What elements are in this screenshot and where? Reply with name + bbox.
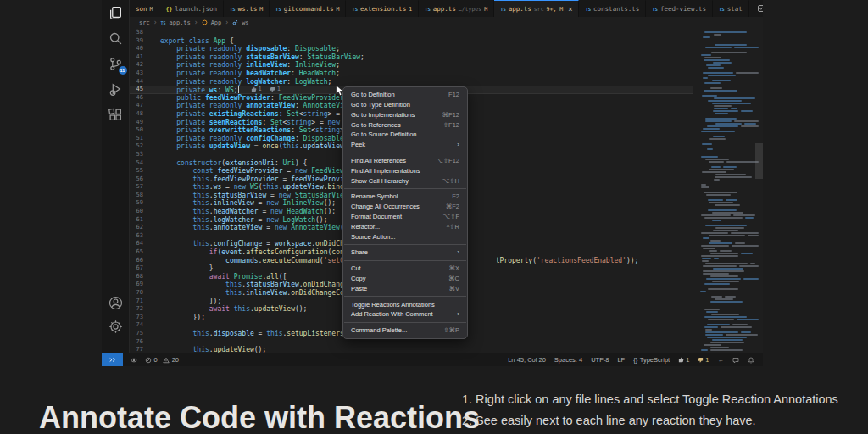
code-line-38[interactable]: 38 [130,29,693,37]
notifications-bell-icon[interactable] [748,357,754,364]
encoding[interactable]: UTF-8 [591,356,609,364]
line-content: this.inlineView = new InlineView(); [160,199,336,208]
code-line-43[interactable]: 43 private readonly headWatcher: HeadWat… [130,70,693,78]
indentation[interactable]: Spaces: 4 [554,356,582,364]
line-number: 76 [130,338,143,347]
tab-gitcommand-ts[interactable]: TSgitcommand.tsM [270,0,346,17]
tab-app-ts[interactable]: TSapp.tssrc9+, M× [494,0,579,17]
menu-item-copy[interactable]: Copy⌘C [343,274,467,284]
tab-extension-ts[interactable]: TSextension.ts1 [346,0,419,17]
code-line-41[interactable]: 41 private readonly statusBarView: Statu… [130,53,693,62]
run-debug-icon[interactable] [108,82,123,97]
breadcrumb-class[interactable]: App [211,19,222,26]
extensions-icon[interactable] [108,108,123,122]
menu-item-go-to-definition[interactable]: Go to DefinitionF12 [343,90,467,100]
breadcrumb-separator: › [194,19,198,26]
tab-stat[interactable]: TSstat [713,0,749,17]
menu-item-label: Go to Implementations [351,111,415,119]
thumbs-up-status[interactable]: 1 [678,356,689,364]
tab-constants-ts[interactable]: TSconstants.ts [579,0,646,17]
page-title: Annotate Code with Reactions [39,400,480,434]
editor-action-loop-icon[interactable] [757,4,763,13]
menu-item-go-to-type-definition[interactable]: Go to Type Definition [343,100,467,110]
tab-app-ts[interactable]: TSapp.ts…/typesM [419,0,494,17]
feedback-icon[interactable] [732,357,739,364]
line-number: 38 [130,29,143,37]
thumbs-down-status[interactable]: 1 [698,356,709,364]
line-content: } [160,264,214,273]
code-line-76[interactable]: 76 [130,338,693,347]
thumb-up-count: 1 [686,356,689,364]
activity-bar: 11 [102,0,130,353]
code-line-40[interactable]: 40 private readonly disposable: Disposab… [130,45,693,53]
menu-item-go-to-source-definition[interactable]: Go to Source Definition [343,130,467,140]
eye-toggle[interactable] [131,357,137,364]
line-content: export class App { [160,37,234,46]
menu-item-toggle-reactions-annotations[interactable]: Toggle Reactions Annotations [343,299,467,309]
menu-item-label: Paste [351,285,367,292]
menu-item-paste[interactable]: Paste⌘V [343,284,467,294]
tab-label: app.ts [509,5,531,13]
language-mode[interactable]: {} TypeScript [633,356,670,364]
menu-item-find-all-references[interactable]: Find All References⌥⇧F12 [343,156,467,166]
cursor-position[interactable]: Ln 45, Col 20 [508,356,546,364]
tab-feed-view-ts[interactable]: TSfeed-view.ts [646,0,713,17]
line-number: 72 [130,305,143,314]
remote-indicator[interactable] [102,353,123,366]
menu-item-label: Go to References [351,121,401,129]
arrow-icon[interactable]: ← [718,356,725,364]
line-content: private readonly inlineView: InlineView; [160,61,340,70]
menu-item-shortcut: ⌥⇧F [442,213,459,220]
account-icon[interactable] [108,296,123,310]
code-line-39[interactable]: 39export class App { [130,37,693,46]
tab-son[interactable]: sonM [130,0,159,17]
eol-sequence[interactable]: LF [617,356,625,364]
menu-item-command-palette[interactable]: Command Palette...⇧⌘P [343,326,467,336]
menu-item-refactor[interactable]: Refactor...^⇧R [343,222,467,232]
menu-item-cut[interactable]: Cut⌘X [343,264,467,274]
tab-bar-tabs: sonM{}launch.jsonTSws.tsMTSgitcommand.ts… [130,0,749,17]
scrollbar-thumb[interactable] [755,143,763,179]
problems-indicator[interactable]: 0 20 [145,356,179,364]
close-icon[interactable]: × [568,5,572,14]
settings-gear-icon[interactable] [108,320,123,334]
tab-label: launch.json [175,5,217,13]
text-cursor [238,86,239,93]
menu-item-source-action[interactable]: Source Action... [343,231,467,242]
line-number: 57 [130,183,143,192]
breadcrumb-symbol[interactable]: ws [242,19,248,26]
tab-ws-ts[interactable]: TSws.tsM [224,0,270,17]
line-number: 75 [130,330,143,338]
menu-item-label: Go to Definition [351,91,395,98]
line-number: 40 [130,45,143,53]
minimap[interactable] [693,28,763,353]
tab-launch-json[interactable]: {}launch.json [159,0,224,17]
menu-item-label: Cut [351,264,361,272]
tab-modified-badge: M [484,6,487,13]
line-number: 58 [130,192,143,200]
search-icon[interactable] [108,31,123,46]
menu-item-label: Change All Occurrences [351,203,420,210]
line-number: 74 [130,321,143,330]
explorer-icon[interactable] [108,6,123,20]
code-line-42[interactable]: 42 private readonly inlineView: InlineVi… [130,61,693,70]
menu-item-rename-symbol[interactable]: Rename SymbolF2 [343,192,467,202]
menu-item-format-document[interactable]: Format Document⌥⇧F [343,212,467,222]
line-content: this.updateView(); [160,346,266,353]
code-line-77[interactable]: 77 this.updateView(); [130,346,693,353]
menu-item-share[interactable]: Share› [343,248,467,258]
menu-item-change-all-occurrences[interactable]: Change All Occurrences⌘F2 [343,202,467,212]
breadcrumb-src[interactable]: src [139,19,150,26]
source-control-icon[interactable]: 11 [108,57,123,71]
reaction-annotation[interactable]: 11 [251,86,281,94]
menu-item-go-to-references[interactable]: Go to References⇧F12 [343,120,467,130]
line-number: 42 [130,61,143,70]
menu-item-peek[interactable]: Peek› [343,140,467,150]
menu-item-show-call-hierarchy[interactable]: Show Call Hierarchy⌥⇧H [343,175,467,186]
menu-item-find-all-implementations[interactable]: Find All Implementations [343,166,467,176]
menu-item-go-to-implementations[interactable]: Go to Implementations⌘F12 [343,110,467,120]
line-content: private readonly statusBarView: StatusBa… [160,53,364,62]
breadcrumb-file[interactable]: app.ts [170,19,191,26]
menu-item-add-reaction-with-comment[interactable]: Add Reaction With Comment› [343,309,467,320]
line-number: 59 [130,199,143,208]
